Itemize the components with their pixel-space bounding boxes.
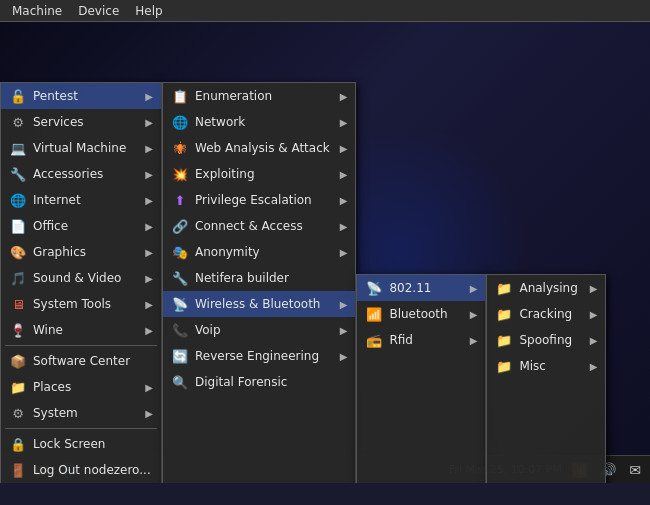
pentest-item-forensic[interactable]: 🔍 Digital Forensic	[163, 369, 355, 395]
graphics-label: Graphics	[33, 245, 135, 259]
menu-machine[interactable]: Machine	[4, 2, 70, 20]
services-arrow: ▶	[145, 117, 153, 128]
menu-item-sound[interactable]: 🎵 Sound & Video ▶	[1, 265, 161, 291]
wireless-item-wifi[interactable]: 📡 802.11 ▶	[357, 275, 485, 301]
places-label: Places	[33, 380, 135, 394]
softcenter-label: Software Center	[33, 354, 153, 368]
enum-label: Enumeration	[195, 89, 330, 103]
pentest-label: Pentest	[33, 89, 135, 103]
voip-label: Voip	[195, 323, 330, 337]
analysing-label: Analysing	[519, 281, 579, 295]
pentest-arrow: ▶	[145, 91, 153, 102]
vm-icon: 💻	[9, 139, 27, 157]
anon-label: Anonymity	[195, 245, 330, 259]
wireless-label: Wireless & Bluetooth	[195, 297, 330, 311]
graphics-icon: 🎨	[9, 243, 27, 261]
pentest-item-network[interactable]: 🌐 Network ▶	[163, 109, 355, 135]
system-label: System	[33, 406, 135, 420]
menu-item-pentest[interactable]: 🔓 Pentest ▶	[1, 83, 161, 109]
lock-icon: 🔒	[9, 435, 27, 453]
menu-item-graphics[interactable]: 🎨 Graphics ▶	[1, 239, 161, 265]
anon-arrow: ▶	[340, 247, 348, 258]
rfid-icon: 📻	[365, 331, 383, 349]
services-icon: ⚙	[9, 113, 27, 131]
menu-help[interactable]: Help	[127, 2, 170, 20]
wireless-item-bluetooth[interactable]: 📶 Bluetooth ▶	[357, 301, 485, 327]
pentest-item-wireless[interactable]: 📡 Wireless & Bluetooth ▶	[163, 291, 355, 317]
wine-icon: 🍷	[9, 321, 27, 339]
graphics-arrow: ▶	[145, 247, 153, 258]
menu-item-lock[interactable]: 🔒 Lock Screen	[1, 431, 161, 457]
menu-item-vm[interactable]: 💻 Virtual Machine ▶	[1, 135, 161, 161]
forensic-label: Digital Forensic	[195, 375, 347, 389]
wifi-item-cracking[interactable]: 📁 Cracking ▶	[487, 301, 605, 327]
wireless-icon: 📡	[171, 295, 189, 313]
reverse-arrow: ▶	[340, 351, 348, 362]
services-label: Services	[33, 115, 135, 129]
menu-item-softcenter[interactable]: 📦 Software Center	[1, 348, 161, 374]
pentest-item-netifera[interactable]: 🔧 Netifera builder	[163, 265, 355, 291]
cracking-label: Cracking	[519, 307, 579, 321]
softcenter-icon: 📦	[9, 352, 27, 370]
menu-item-system[interactable]: ⚙ System ▶	[1, 400, 161, 426]
pentest-submenu: 📋 Enumeration ▶ 🌐 Network ▶ 🕷 Web Analys…	[162, 82, 356, 483]
pentest-item-exploit[interactable]: 💥 Exploiting ▶	[163, 161, 355, 187]
priv-icon: ⬆	[171, 191, 189, 209]
pentest-item-enum[interactable]: 📋 Enumeration ▶	[163, 83, 355, 109]
menu-device[interactable]: Device	[70, 2, 127, 20]
pentest-item-anon[interactable]: 🎭 Anonymity ▶	[163, 239, 355, 265]
office-icon: 📄	[9, 217, 27, 235]
menu-item-accessories[interactable]: 🔧 Accessories ▶	[1, 161, 161, 187]
wireless-submenu: 📡 802.11 ▶ 📶 Bluetooth ▶ 📻 Rfid ▶	[356, 274, 486, 483]
system-arrow: ▶	[145, 408, 153, 419]
priv-arrow: ▶	[340, 195, 348, 206]
forensic-icon: 🔍	[171, 373, 189, 391]
pentest-item-voip[interactable]: 📞 Voip ▶	[163, 317, 355, 343]
network-label: Network	[195, 115, 330, 129]
wine-label: Wine	[33, 323, 135, 337]
web-arrow: ▶	[340, 143, 348, 154]
desktop: 🔓 Pentest ▶ ⚙ Services ▶ 💻 Virtual Machi…	[0, 22, 650, 483]
analysing-icon: 📁	[495, 279, 513, 297]
places-icon: 📁	[9, 378, 27, 396]
misc-arrow: ▶	[590, 361, 598, 372]
network-icon: 🌐	[171, 113, 189, 131]
sound-icon: 🎵	[9, 269, 27, 287]
menu-item-internet[interactable]: 🌐 Internet ▶	[1, 187, 161, 213]
menu-item-places[interactable]: 📁 Places ▶	[1, 374, 161, 400]
menu-item-services[interactable]: ⚙ Services ▶	[1, 109, 161, 135]
misc-icon: 📁	[495, 357, 513, 375]
menu-item-office[interactable]: 📄 Office ▶	[1, 213, 161, 239]
wifi-label: 802.11	[389, 281, 459, 295]
pentest-item-reverse[interactable]: 🔄 Reverse Engineering ▶	[163, 343, 355, 369]
pentest-item-connect[interactable]: 🔗 Connect & Access ▶	[163, 213, 355, 239]
rfid-arrow: ▶	[470, 335, 478, 346]
pentest-item-priv[interactable]: ⬆ Privilege Escalation ▶	[163, 187, 355, 213]
internet-label: Internet	[33, 193, 135, 207]
internet-icon: 🌐	[9, 191, 27, 209]
wireless-item-rfid[interactable]: 📻 Rfid ▶	[357, 327, 485, 353]
wifi-icon: 📡	[365, 279, 383, 297]
menu-item-systools[interactable]: 🖥 System Tools ▶	[1, 291, 161, 317]
wifi-item-analysing[interactable]: 📁 Analysing ▶	[487, 275, 605, 301]
systools-icon: 🖥	[9, 295, 27, 313]
wifi-item-spoofing[interactable]: 📁 Spoofing ▶	[487, 327, 605, 353]
voip-icon: 📞	[171, 321, 189, 339]
enum-icon: 📋	[171, 87, 189, 105]
wifi-item-misc[interactable]: 📁 Misc ▶	[487, 353, 605, 379]
menu-system: 🔓 Pentest ▶ ⚙ Services ▶ 💻 Virtual Machi…	[0, 82, 606, 483]
pentest-item-web[interactable]: 🕷 Web Analysis & Attack ▶	[163, 135, 355, 161]
wireless-arrow: ▶	[340, 299, 348, 310]
menu-sep-2	[5, 428, 157, 429]
bluetooth-icon: 📶	[365, 305, 383, 323]
menu-item-logout[interactable]: 🚪 Log Out nodezero...	[1, 457, 161, 483]
internet-arrow: ▶	[145, 195, 153, 206]
reverse-label: Reverse Engineering	[195, 349, 330, 363]
exploit-icon: 💥	[171, 165, 189, 183]
office-label: Office	[33, 219, 135, 233]
web-icon: 🕷	[171, 139, 189, 157]
cracking-arrow: ▶	[590, 309, 598, 320]
taskbar-mail-icon[interactable]: ✉	[624, 459, 646, 481]
enum-arrow: ▶	[340, 91, 348, 102]
menu-item-wine[interactable]: 🍷 Wine ▶	[1, 317, 161, 343]
